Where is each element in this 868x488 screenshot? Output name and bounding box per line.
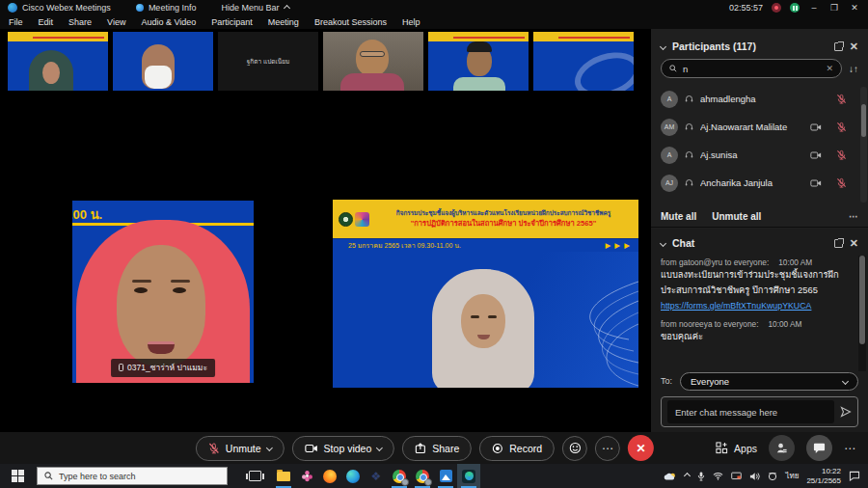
participants-scrollbar[interactable]: [860, 87, 867, 203]
record-button[interactable]: Record: [479, 436, 555, 461]
hide-menu-bar-button[interactable]: Hide Menu Bar: [221, 3, 289, 13]
unmute-button[interactable]: Unmute: [196, 436, 285, 461]
main-video-right[interactable]: กิจกรรมประชุมชี้แจงผู้บริหารและตัวแทนโรง…: [333, 200, 638, 388]
photos-button[interactable]: [434, 464, 457, 488]
dropbox-button[interactable]: ❖: [365, 464, 388, 488]
menu-file[interactable]: File: [9, 17, 23, 27]
participant-row[interactable]: A Aj.sunisa: [651, 141, 868, 169]
clear-search-icon[interactable]: ✕: [826, 64, 833, 73]
chat-scrollbar[interactable]: [858, 256, 866, 371]
participant-row[interactable]: A ahmadlengha: [651, 85, 868, 113]
connection-indicator-icon[interactable]: [790, 3, 800, 13]
slide-arrows: ▶ ▶ ▶: [606, 241, 631, 250]
chat-message-text: ขอบคุณค่ะ: [661, 332, 854, 343]
sort-icon[interactable]: ↓↑: [849, 64, 858, 74]
participant-search-input[interactable]: n ✕: [661, 59, 842, 78]
share-button[interactable]: Share: [402, 436, 472, 461]
more-options-button[interactable]: ⋯: [595, 436, 620, 461]
weather-cloud-icon[interactable]: [664, 472, 677, 481]
tray-expand-icon[interactable]: [684, 473, 691, 479]
menu-breakout-sessions[interactable]: Breakout Sessions: [314, 17, 387, 27]
slide-body: [333, 252, 638, 388]
chat-message-input[interactable]: [667, 400, 834, 423]
close-window-button[interactable]: ✕: [849, 3, 860, 13]
webex-taskbar-button[interactable]: [457, 464, 480, 488]
chat-header: Chat ✕: [651, 229, 868, 252]
video-thumbnail-4[interactable]: [323, 32, 423, 91]
menu-help[interactable]: Help: [402, 17, 420, 27]
panel-more-button[interactable]: ⋯: [844, 442, 856, 455]
taskbar-clock[interactable]: 10:22 25/1/2565: [806, 467, 841, 486]
participants-icon: [775, 442, 788, 454]
wifi-icon[interactable]: [713, 472, 723, 480]
chat-panel-button[interactable]: [806, 435, 832, 461]
start-button[interactable]: [12, 470, 24, 482]
mic-muted-icon[interactable]: [836, 177, 847, 188]
camera-icon[interactable]: [810, 178, 822, 188]
video-thumbnail-1[interactable]: [8, 32, 108, 91]
avatar: A: [661, 147, 678, 164]
menu-meeting[interactable]: Meeting: [268, 17, 299, 27]
display-icon[interactable]: [731, 472, 742, 481]
menu-participant[interactable]: Participant: [211, 17, 253, 27]
record-icon: [492, 443, 503, 454]
maximize-button[interactable]: ❐: [828, 3, 840, 13]
minimize-button[interactable]: –: [808, 3, 820, 13]
search-value: n: [683, 64, 688, 74]
video-thumbnail-3[interactable]: ฐกิตา แปดเนียม: [218, 32, 318, 91]
collapse-chevron-icon[interactable]: [660, 42, 666, 49]
photoscape-button[interactable]: [295, 464, 318, 488]
popout-icon[interactable]: [834, 239, 843, 248]
speaker-icon[interactable]: [749, 472, 760, 481]
glasses: [360, 51, 385, 57]
chat-message-link[interactable]: https://forms.gle/mBftXTnuKwupYKUCA: [661, 301, 854, 312]
apps-button[interactable]: Apps: [716, 442, 757, 454]
main-video-left[interactable]: .00 น. 0371_ซาร่าห์ ปาแมมะ: [72, 201, 254, 383]
flower-icon: [301, 470, 313, 482]
chrome-profile1-button[interactable]: [388, 464, 411, 488]
participant-row[interactable]: AJ Ancharika Janjula: [651, 169, 868, 197]
mic-muted-icon[interactable]: [836, 94, 847, 104]
video-thumbnail-6[interactable]: [533, 32, 634, 91]
video-thumbnail-5[interactable]: [428, 32, 529, 91]
windows-taskbar: Type here to search ❖ ไทย 10:22 25/1/256: [0, 464, 868, 488]
mic-muted-icon[interactable]: [836, 149, 847, 160]
notification-center-icon[interactable]: [849, 471, 860, 481]
meeting-info-button[interactable]: Meeting Info: [136, 3, 197, 13]
participant-row[interactable]: AM Aj.Naowarart Malilate: [651, 113, 868, 141]
chat-section: Chat ✕ from gatoon@yru to everyone:10:00…: [651, 229, 868, 432]
language-indicator[interactable]: ไทย: [785, 470, 799, 482]
menu-view[interactable]: View: [107, 17, 125, 27]
file-explorer-button[interactable]: [272, 464, 295, 488]
mic-muted-icon[interactable]: [836, 122, 847, 132]
recipient-select[interactable]: Everyone: [680, 372, 858, 391]
mute-all-button[interactable]: Mute all: [661, 211, 696, 222]
edge-button[interactable]: [341, 464, 365, 488]
participants-more-button[interactable]: ⋯: [849, 211, 858, 222]
camera-icon[interactable]: [810, 122, 822, 132]
send-icon[interactable]: [840, 406, 852, 418]
firefox-button[interactable]: [318, 464, 341, 488]
chrome-profile2-button[interactable]: [411, 464, 434, 488]
video-thumbnail-2[interactable]: [113, 32, 213, 91]
chevron-down-icon[interactable]: [266, 445, 273, 451]
popout-icon[interactable]: [834, 42, 843, 51]
menu-edit[interactable]: Edit: [39, 17, 54, 27]
tray-app-icon[interactable]: [768, 472, 777, 481]
chevron-down-icon[interactable]: [376, 445, 383, 451]
stop-video-button[interactable]: Stop video: [292, 436, 395, 461]
close-chat-icon[interactable]: ✕: [850, 237, 858, 250]
tray-mic-icon[interactable]: [697, 472, 705, 481]
taskbar-search[interactable]: Type here to search: [37, 467, 228, 485]
leave-meeting-button[interactable]: ✕: [628, 435, 654, 461]
menu-audio-video[interactable]: Audio & Video: [141, 17, 196, 27]
reactions-button[interactable]: [562, 436, 587, 461]
recording-indicator-icon[interactable]: [772, 3, 781, 13]
close-participants-icon[interactable]: ✕: [850, 41, 858, 53]
menu-share[interactable]: Share: [68, 17, 92, 27]
camera-icon[interactable]: [810, 150, 822, 160]
task-view-button[interactable]: [243, 464, 266, 488]
participants-panel-button[interactable]: [769, 435, 795, 461]
collapse-chevron-icon[interactable]: [660, 239, 666, 246]
unmute-all-button[interactable]: Unmute all: [712, 211, 761, 222]
